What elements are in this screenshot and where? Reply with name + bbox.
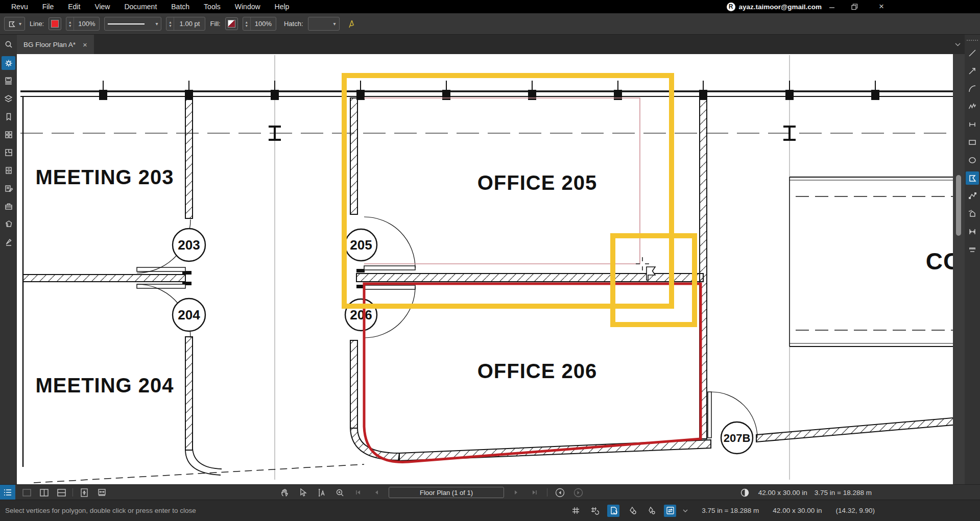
dynamic-fill-button[interactable] bbox=[344, 17, 360, 31]
single-pane-button[interactable] bbox=[20, 486, 33, 499]
ellipse-tool-icon bbox=[968, 156, 977, 165]
sidebar-bookmarks[interactable] bbox=[0, 108, 17, 126]
menu-help[interactable]: Help bbox=[268, 3, 297, 11]
menu-window[interactable]: Window bbox=[228, 3, 268, 11]
vertical-scrollbar[interactable] bbox=[956, 175, 961, 236]
line-opacity-stepper[interactable]: ▲▼100% bbox=[66, 17, 100, 31]
reuse-markups-toggle[interactable] bbox=[664, 505, 676, 517]
line-style-dropdown[interactable]: ▾ bbox=[104, 17, 161, 31]
split-horizontal-button[interactable] bbox=[55, 486, 67, 499]
close-button[interactable]: × bbox=[874, 2, 889, 12]
line-label: Line: bbox=[30, 20, 44, 28]
hatch-dropdown[interactable]: ▾ bbox=[308, 17, 340, 31]
fill-label: Fill: bbox=[210, 20, 220, 28]
tab-close-icon[interactable]: × bbox=[83, 40, 87, 49]
dynamic-fill-icon bbox=[347, 19, 357, 29]
fill-opacity-value: 100% bbox=[251, 17, 276, 30]
menu-tools[interactable]: Tools bbox=[197, 3, 228, 11]
fill-opacity-stepper[interactable]: ▲▼100% bbox=[243, 17, 276, 31]
next-view-button[interactable] bbox=[572, 486, 584, 499]
hand-icon bbox=[280, 488, 289, 497]
gear-icon bbox=[4, 59, 13, 68]
select-text-button[interactable] bbox=[315, 486, 327, 499]
fit-width-button[interactable] bbox=[95, 486, 108, 499]
tool-polyline[interactable] bbox=[965, 97, 980, 115]
tool-dimension[interactable] bbox=[965, 115, 980, 133]
tool-rectangle[interactable] bbox=[965, 133, 980, 151]
sidebar-spaces[interactable] bbox=[0, 143, 17, 161]
sidebar-search[interactable] bbox=[0, 35, 17, 54]
menu-revu[interactable]: Revu bbox=[4, 3, 35, 11]
tool-ellipse[interactable] bbox=[965, 151, 980, 169]
sidebar-links[interactable] bbox=[0, 215, 17, 233]
zoom-button[interactable] bbox=[333, 486, 346, 499]
grid-icon bbox=[4, 130, 13, 139]
sidebar-signature[interactable] bbox=[0, 233, 17, 251]
pan-button[interactable] bbox=[278, 486, 291, 499]
tool-polygon-active[interactable] bbox=[965, 169, 980, 187]
sidebar-file-access[interactable] bbox=[0, 72, 17, 90]
polygon-tool-icon bbox=[8, 20, 16, 28]
tool-arrow[interactable] bbox=[965, 62, 980, 80]
next-page-icon bbox=[514, 489, 519, 495]
last-page-button[interactable] bbox=[529, 486, 541, 499]
sidebar-settings[interactable] bbox=[0, 54, 17, 72]
tool-line[interactable] bbox=[965, 44, 980, 62]
snap-to-content-toggle[interactable] bbox=[607, 505, 619, 517]
menu-view[interactable]: View bbox=[87, 3, 117, 11]
toolbar-drag-handle[interactable] bbox=[967, 37, 978, 44]
sidebar-layers[interactable] bbox=[0, 90, 17, 108]
tool-arc[interactable] bbox=[965, 80, 980, 97]
first-page-button[interactable] bbox=[352, 486, 364, 499]
tool-polyline-vertices[interactable] bbox=[965, 187, 980, 205]
snap-to-markup-toggle[interactable] bbox=[626, 505, 638, 517]
tool-area[interactable] bbox=[965, 205, 980, 222]
snap-to-grid-toggle[interactable] bbox=[588, 505, 601, 517]
drawer-icon bbox=[4, 166, 13, 175]
document-tab[interactable]: BG Floor Plan A* × bbox=[17, 35, 94, 54]
prev-page-icon bbox=[374, 489, 379, 495]
fill-color-swatch bbox=[228, 20, 235, 28]
measure-tool-icon bbox=[968, 245, 977, 254]
arc-tool-icon bbox=[968, 84, 977, 93]
snap-options-chevron[interactable] bbox=[683, 509, 688, 512]
previous-view-button[interactable] bbox=[554, 486, 566, 499]
select-button[interactable] bbox=[297, 486, 309, 499]
tool-measure[interactable] bbox=[965, 240, 980, 258]
line-color-button[interactable] bbox=[49, 17, 61, 30]
door-tag-206: 206 bbox=[350, 307, 372, 322]
fit-page-icon bbox=[80, 488, 88, 497]
menu-edit[interactable]: Edit bbox=[61, 3, 87, 11]
page-indicator[interactable]: Floor Plan (1 of 1) bbox=[389, 487, 504, 498]
grid-toggle[interactable] bbox=[569, 505, 582, 517]
length-tool-icon bbox=[968, 227, 977, 236]
line-width-stepper[interactable]: ▲▼1.00 pt bbox=[166, 17, 205, 31]
fit-page-button[interactable] bbox=[78, 486, 90, 499]
cursor-icon bbox=[299, 488, 307, 497]
markup-list-toggle[interactable] bbox=[0, 485, 15, 500]
rectangle-tool-icon bbox=[968, 138, 977, 147]
tool-length[interactable] bbox=[965, 222, 980, 240]
menu-document[interactable]: Document bbox=[117, 3, 164, 11]
tab-overflow-chevron[interactable] bbox=[955, 35, 961, 54]
sidebar-tool-chest[interactable] bbox=[0, 197, 17, 215]
fill-color-button[interactable] bbox=[225, 17, 238, 30]
menu-batch[interactable]: Batch bbox=[164, 3, 197, 11]
contrast-button[interactable] bbox=[739, 486, 751, 499]
snap-to-hatch-toggle[interactable] bbox=[645, 505, 657, 517]
restore-button[interactable] bbox=[851, 4, 867, 10]
minimize-button[interactable] bbox=[829, 4, 844, 10]
shape-icon bbox=[4, 219, 13, 229]
layers-icon bbox=[4, 94, 13, 104]
menu-file[interactable]: File bbox=[35, 3, 61, 11]
sidebar-thumbnails[interactable] bbox=[0, 126, 17, 143]
split-vertical-button[interactable] bbox=[38, 486, 50, 499]
sidebar-drawer[interactable] bbox=[0, 161, 17, 179]
account-button[interactable]: R ayaz.taimoor@gmail.com bbox=[727, 3, 822, 11]
snap-document-icon bbox=[609, 506, 618, 515]
sidebar-markups-list[interactable] bbox=[0, 179, 17, 197]
pdf-canvas[interactable]: MEETING 203 MEETING 204 OFFICE 205 OFFIC… bbox=[17, 54, 965, 484]
tool-selector-dropdown[interactable]: ▾ bbox=[4, 17, 25, 31]
next-page-button[interactable] bbox=[510, 486, 522, 499]
prev-page-button[interactable] bbox=[370, 486, 383, 499]
